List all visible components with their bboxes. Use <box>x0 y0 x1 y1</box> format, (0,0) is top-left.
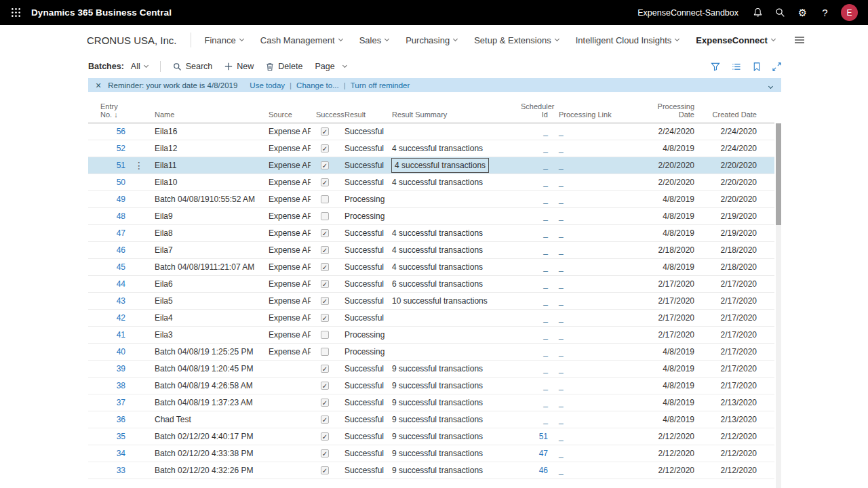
nav-item-finance[interactable]: Finance <box>205 35 243 45</box>
table-row[interactable]: 50Eila10Expense API✓Successful4 successf… <box>88 174 774 190</box>
column-header-success[interactable]: Success <box>311 99 339 123</box>
name-cell[interactable]: Eila11 <box>149 157 263 174</box>
scheduler-id-link[interactable]: _ <box>543 245 548 255</box>
notifications-bell-icon[interactable] <box>747 0 769 25</box>
scheduler-id-link[interactable]: _ <box>543 330 548 340</box>
result-summary-cell[interactable]: 9 successful transactions <box>392 415 483 424</box>
name-cell[interactable]: Eila6 <box>149 275 263 292</box>
entry-no-link[interactable]: 37 <box>117 398 125 407</box>
company-name[interactable]: CRONUS USA, Inc. <box>87 35 177 46</box>
entry-no-link[interactable]: 52 <box>117 144 125 153</box>
entry-no-link[interactable]: 56 <box>117 127 125 136</box>
column-header-result[interactable]: Result <box>339 99 387 123</box>
success-checkbox[interactable]: ✓ <box>321 314 329 322</box>
scheduler-id-link[interactable]: _ <box>543 178 548 187</box>
column-header-processing-date[interactable]: Processing Date <box>635 99 700 123</box>
search-action-button[interactable]: Search <box>173 62 213 71</box>
name-cell[interactable]: Eila12 <box>149 140 263 157</box>
success-checkbox[interactable]: ✓ <box>321 365 329 373</box>
success-checkbox[interactable] <box>321 195 329 203</box>
processing-link[interactable]: _ <box>559 330 564 340</box>
environment-name[interactable]: ExpenseConnect-Sandbox <box>637 8 738 18</box>
processing-link[interactable]: _ <box>559 381 564 390</box>
column-header-source[interactable]: Source <box>263 99 311 123</box>
bookmark-icon[interactable] <box>753 62 761 71</box>
result-summary-cell[interactable]: 9 successful transactions <box>392 449 483 458</box>
entry-no-link[interactable]: 49 <box>117 195 125 204</box>
scheduler-id-link[interactable]: _ <box>543 144 548 153</box>
name-cell[interactable]: Eila8 <box>149 224 263 241</box>
table-row[interactable]: 33Batch 02/12/20 4:32:26 PM✓Successful9 … <box>88 462 774 479</box>
name-cell[interactable]: Eila4 <box>149 309 263 326</box>
success-checkbox[interactable] <box>321 348 329 356</box>
scheduler-id-link[interactable]: 51 <box>539 432 548 441</box>
entry-no-link[interactable]: 41 <box>117 330 125 340</box>
entry-no-link[interactable]: 42 <box>117 313 125 323</box>
table-row[interactable]: 42Eila4Expense API✓Successful__2/17/2020… <box>88 309 774 326</box>
app-launcher-icon[interactable] <box>0 0 31 25</box>
entry-no-link[interactable]: 51 <box>117 161 125 170</box>
name-cell[interactable]: Batch 04/08/1910:55:52 AM <box>149 190 263 207</box>
processing-link[interactable]: _ <box>559 398 564 407</box>
entry-no-link[interactable]: 44 <box>117 279 125 289</box>
scheduler-id-link[interactable]: _ <box>543 347 548 357</box>
result-summary-cell[interactable]: 4 successful transactions <box>392 228 483 238</box>
processing-link[interactable]: _ <box>559 415 564 424</box>
settings-gear-icon[interactable]: ⚙ <box>791 0 814 25</box>
name-cell[interactable]: Eila10 <box>149 174 263 190</box>
processing-link[interactable]: _ <box>559 161 564 170</box>
turn-off-reminder-link[interactable]: Turn off reminder <box>351 81 410 89</box>
nav-item-setup-extensions[interactable]: Setup & Extensions <box>474 35 558 45</box>
use-today-link[interactable]: Use today <box>250 81 285 89</box>
processing-link[interactable]: _ <box>559 144 564 153</box>
filter-icon[interactable] <box>711 62 720 71</box>
delete-action-button[interactable]: Delete <box>266 62 302 71</box>
entry-no-link[interactable]: 48 <box>117 211 125 221</box>
processing-link[interactable]: _ <box>559 211 564 221</box>
success-checkbox[interactable]: ✓ <box>321 432 329 441</box>
scheduler-id-link[interactable]: 46 <box>539 466 548 475</box>
avatar[interactable]: E <box>841 4 858 21</box>
scheduler-id-link[interactable]: 47 <box>539 449 548 458</box>
entry-no-link[interactable]: 34 <box>117 449 125 458</box>
name-cell[interactable]: Batch 04/08/19 4:26:58 AM <box>149 377 263 394</box>
change-to-link[interactable]: Change to... <box>296 81 339 89</box>
table-row[interactable]: 56Eila16Expense API✓Successful__2/24/202… <box>88 123 774 140</box>
table-row[interactable]: 36Chad Test✓Successful9 successful trans… <box>88 411 774 428</box>
result-summary-cell[interactable]: 4 successful transactions <box>392 245 483 255</box>
scheduler-id-link[interactable]: _ <box>543 161 548 170</box>
result-summary-cell[interactable]: 6 successful transactions <box>392 279 483 289</box>
new-action-button[interactable]: New <box>224 62 254 71</box>
processing-link[interactable]: _ <box>559 245 564 255</box>
success-checkbox[interactable]: ✓ <box>321 382 329 390</box>
name-cell[interactable]: Eila7 <box>149 241 263 258</box>
name-cell[interactable]: Batch 02/12/20 4:40:17 PM <box>149 428 263 445</box>
row-context-menu-icon[interactable]: ⋮ <box>134 160 144 171</box>
scrollbar-thumb[interactable] <box>776 123 781 225</box>
entry-no-link[interactable]: 46 <box>117 245 125 255</box>
processing-link[interactable]: _ <box>559 228 564 238</box>
success-checkbox[interactable]: ✓ <box>321 178 329 186</box>
processing-link[interactable]: _ <box>559 364 564 373</box>
processing-link[interactable]: _ <box>559 432 564 441</box>
success-checkbox[interactable]: ✓ <box>321 229 329 237</box>
success-checkbox[interactable]: ✓ <box>321 161 329 169</box>
more-menu-icon[interactable] <box>794 35 805 45</box>
scheduler-id-link[interactable]: _ <box>543 296 548 306</box>
expand-icon[interactable] <box>772 62 781 71</box>
result-summary-cell[interactable]: 9 successful transactions <box>392 398 483 407</box>
table-row[interactable]: 38Batch 04/08/19 4:26:58 AM✓Successful9 … <box>88 377 774 394</box>
table-row[interactable]: 34Batch 02/12/20 4:33:38 PM✓Successful9 … <box>88 445 774 462</box>
success-checkbox[interactable]: ✓ <box>321 449 329 458</box>
entry-no-link[interactable]: 50 <box>117 178 125 187</box>
table-row[interactable]: 39Batch 04/08/19 1:20:45 PM✓Successful9 … <box>88 360 774 377</box>
vertical-scrollbar[interactable] <box>776 123 781 488</box>
scheduler-id-link[interactable]: _ <box>543 313 548 323</box>
processing-link[interactable]: _ <box>559 127 564 136</box>
success-checkbox[interactable]: ✓ <box>321 246 329 254</box>
entry-no-link[interactable]: 33 <box>117 466 125 475</box>
column-header-name[interactable]: Name <box>149 99 263 123</box>
entry-no-link[interactable]: 45 <box>117 262 125 272</box>
column-header-created-date[interactable]: Created Date <box>700 99 774 123</box>
name-cell[interactable]: Batch 04/08/19 1:37:23 AM <box>149 394 263 411</box>
